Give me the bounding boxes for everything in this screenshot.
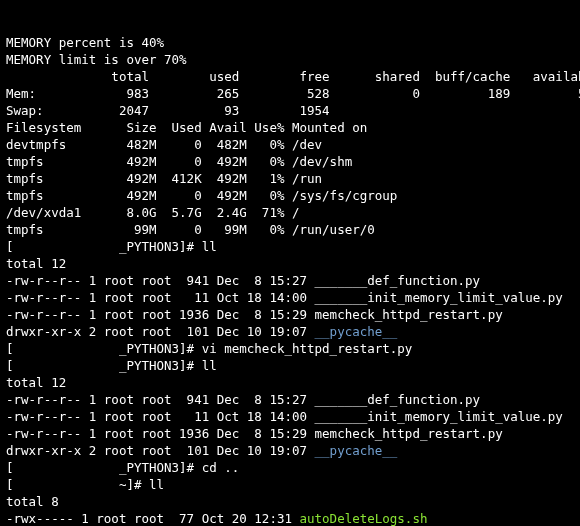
terminal-output: MEMORY percent is 40% MEMORY limit is ov… bbox=[6, 34, 574, 527]
